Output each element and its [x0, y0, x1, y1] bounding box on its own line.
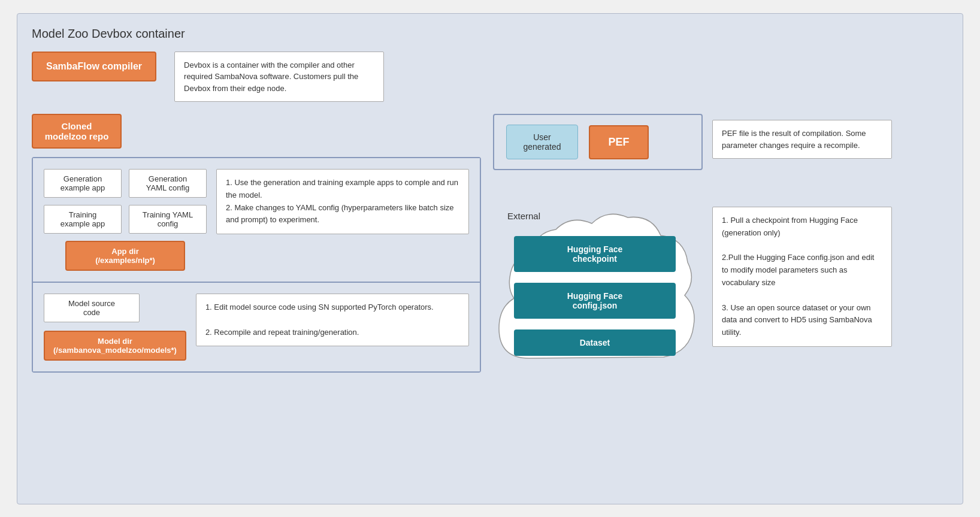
apps-row2: Training example app Training YAML confi… [44, 205, 207, 234]
training-yaml-box: Training YAML config [129, 205, 207, 234]
model-source-box: Model source code [44, 294, 140, 322]
apps-boxes-col: Generation example app Generation YAML c… [44, 169, 207, 271]
dataset-box: Dataset [514, 329, 676, 356]
cloud-column: User generated PEF External Hugging Face… [493, 114, 703, 422]
devbox-info: Devbox is a container with the compiler … [174, 52, 384, 102]
model-section: Model source code Model dir (/sambanova_… [33, 283, 480, 371]
cloud-contents: Hugging Face checkpoint Hugging Face con… [514, 236, 676, 356]
top-row: SambaFlow compiler Devbox is a container… [32, 52, 948, 102]
apps-row1: Generation example app Generation YAML c… [44, 169, 207, 198]
right-notes: PEF file is the result of compilation. S… [712, 114, 904, 347]
generation-yaml-box: Generation YAML config [129, 169, 207, 198]
right-section: User generated PEF External Hugging Face… [493, 114, 948, 422]
app-dir-row: App dir (/examples/nlp*) [44, 241, 207, 271]
training-app-box: Training example app [44, 205, 122, 234]
model-dir-box: Model dir (/sambanova_modelzoo/models*) [44, 331, 186, 361]
model-description: 1. Edit model source code using SN suppo… [196, 294, 469, 346]
external-notes: 1. Pull a checkpoint from Hugging Face (… [712, 207, 892, 347]
cloned-row: Cloned modelzoo repo [32, 114, 481, 149]
external-label: External [507, 211, 540, 221]
apps-description: 1. Use the generation and training examp… [216, 169, 469, 234]
pef-outer: User generated PEF [493, 114, 703, 170]
pef-box: PEF [589, 125, 649, 159]
main-layout: Cloned modelzoo repo Generation example … [32, 114, 948, 422]
diagram-title: Model Zoo Devbox container [32, 27, 948, 41]
hf-checkpoint-box: Hugging Face checkpoint [514, 236, 676, 272]
apps-section: Generation example app Generation YAML c… [33, 158, 480, 283]
user-generated-box: User generated [506, 125, 578, 159]
model-boxes-col: Model source code Model dir (/sambanova_… [44, 294, 186, 361]
diagram-container: Model Zoo Devbox container SambaFlow com… [17, 13, 963, 504]
hf-config-box: Hugging Face config.json [514, 283, 676, 319]
modelzoo-outer: Generation example app Generation YAML c… [32, 157, 481, 373]
external-cloud: External Hugging Face checkpoint Hugging… [493, 182, 703, 422]
app-dir-box: App dir (/examples/nlp*) [65, 241, 185, 271]
pef-info: PEF file is the result of compilation. S… [712, 120, 892, 159]
left-section: Cloned modelzoo repo Generation example … [32, 114, 481, 373]
generation-app-box: Generation example app [44, 169, 122, 198]
sambaflow-box: SambaFlow compiler [32, 52, 156, 81]
cloned-box: Cloned modelzoo repo [32, 114, 122, 149]
